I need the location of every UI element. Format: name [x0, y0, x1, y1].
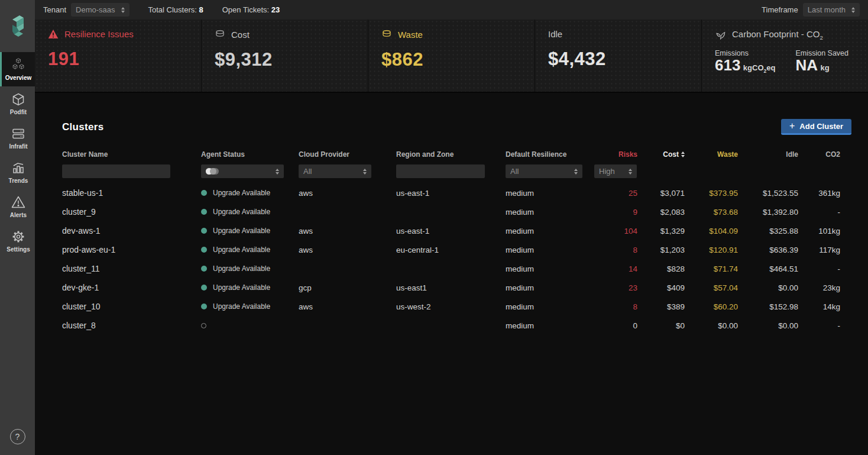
- sidebar-item-infrafit[interactable]: Infrafit: [0, 121, 35, 155]
- region-filter-input[interactable]: [396, 164, 485, 178]
- sidebar-item-label: Trends: [9, 178, 28, 184]
- emissions-value: 613: [715, 56, 740, 74]
- cell-risks: 8: [594, 246, 637, 254]
- table-row[interactable]: dev-gke-1 Upgrade Available gcp us-east1…: [62, 278, 851, 297]
- default-resilience-filter-select[interactable]: All: [506, 164, 582, 178]
- warning-triangle-icon: [48, 29, 59, 39]
- total-clusters-value: 8: [199, 5, 203, 14]
- col-cluster-name[interactable]: Cluster Name: [62, 150, 201, 159]
- table-row[interactable]: cluster_11 Upgrade Available medium 14 $…: [62, 259, 851, 278]
- sidebar-item-label: Overview: [5, 75, 31, 81]
- tenant-select[interactable]: Demo-saas: [71, 3, 129, 17]
- col-idle[interactable]: Idle: [738, 150, 798, 159]
- cell-co2: 101kg: [798, 227, 840, 235]
- cell-co2: 23kg: [798, 283, 840, 292]
- kpi-title: Carbon Footprint - CO2: [715, 29, 868, 41]
- cluster-name-filter-input[interactable]: [62, 164, 170, 178]
- cell-resilience: medium: [506, 264, 594, 273]
- cell-cluster-name: dev-gke-1: [62, 283, 201, 292]
- cell-cost: $3,071: [637, 189, 685, 198]
- clusters-title: Clusters: [62, 121, 103, 133]
- open-tickets-stat: Open Tickets: 23: [222, 5, 280, 14]
- leaf-icon: [715, 30, 726, 41]
- col-agent-status[interactable]: Agent Status: [201, 150, 299, 159]
- sidebar-item-overview[interactable]: Overview: [0, 52, 35, 86]
- cell-cloud-provider: aws: [299, 189, 396, 198]
- table-row[interactable]: prod-aws-eu-1 Upgrade Available aws eu-c…: [62, 240, 851, 259]
- kpi-value-waste: $862: [381, 49, 535, 70]
- kpi-card-waste: Waste $862: [368, 20, 535, 92]
- col-waste[interactable]: Waste: [685, 150, 738, 159]
- col-co2[interactable]: CO2: [798, 150, 840, 159]
- agent-status-label: Upgrade Available: [213, 189, 270, 197]
- timeframe-select[interactable]: Last month: [803, 3, 860, 17]
- cell-cost: $1,203: [637, 246, 685, 254]
- table-row[interactable]: stable-us-1 Upgrade Available aws us-eas…: [62, 183, 851, 202]
- cell-cluster-name: prod-aws-eu-1: [62, 245, 201, 254]
- cell-region: us-east-1: [396, 227, 506, 235]
- toggle-icon: [206, 168, 219, 175]
- cell-region: us-west-2: [396, 302, 506, 311]
- risks-filter-select[interactable]: High: [594, 164, 637, 178]
- cell-resilience: medium: [506, 246, 594, 254]
- cell-cost: $409: [637, 283, 685, 292]
- sidebar-item-trends[interactable]: Trends: [0, 155, 35, 189]
- cell-cost: $828: [637, 264, 685, 273]
- topbar: Tenant Demo-saas Total Clusters: 8 Open …: [35, 0, 868, 20]
- agent-status-dot-icon: [201, 304, 207, 309]
- agent-status-dot-icon: [201, 247, 207, 253]
- agent-status-label: Upgrade Available: [213, 283, 270, 292]
- cell-risks: 9: [594, 208, 637, 217]
- sidebar-item-podfit[interactable]: Podfit: [0, 86, 35, 121]
- cell-cluster-name: cluster_10: [62, 302, 201, 311]
- col-cost[interactable]: Cost: [637, 150, 685, 159]
- cell-co2: 14kg: [798, 302, 840, 311]
- kpi-value-idle: $4,432: [548, 49, 701, 70]
- emission-saved-unit: kg: [820, 63, 829, 72]
- cell-cloud-provider: aws: [299, 246, 396, 254]
- col-cloud-provider[interactable]: Cloud Provider: [299, 150, 396, 159]
- cell-waste: $57.04: [685, 283, 738, 292]
- cell-cluster-name: cluster_11: [62, 264, 201, 273]
- table-row[interactable]: cluster_8 medium 0 $0 $0.00 $0.00 -: [62, 316, 851, 335]
- carbon-emissions: Emissions 613 kgCO2eq: [715, 49, 775, 74]
- cell-idle: $325.88: [738, 227, 798, 235]
- sidebar-item-label: Settings: [7, 246, 30, 253]
- help-button[interactable]: ?: [0, 429, 35, 444]
- cell-idle: $152.98: [738, 302, 798, 311]
- sidebar-item-alerts[interactable]: Alerts: [0, 189, 35, 224]
- cell-idle: $1,523.55: [738, 189, 798, 198]
- add-cluster-button[interactable]: + Add Cluster: [781, 119, 851, 135]
- clusters-section: Clusters + Add Cluster Cluster Name Agen…: [35, 93, 868, 455]
- cell-region: eu-central-1: [396, 246, 506, 254]
- cell-idle: $0.00: [738, 283, 798, 292]
- agent-status-filter-select[interactable]: [201, 164, 284, 178]
- cell-risks: 14: [594, 264, 637, 273]
- table-row[interactable]: cluster_10 Upgrade Available aws us-west…: [62, 297, 851, 316]
- cell-risks: 0: [594, 321, 637, 330]
- cell-cluster-name: cluster_8: [62, 321, 201, 330]
- servers-icon: [11, 126, 26, 141]
- sidebar: Overview Podfit Infrafit: [0, 0, 35, 455]
- agent-status-label: Upgrade Available: [213, 227, 270, 235]
- cell-cluster-name: dev-aws-1: [62, 226, 201, 235]
- sidebar-item-label: Infrafit: [9, 143, 27, 150]
- stepper-arrows-icon: [121, 7, 125, 13]
- cell-resilience: medium: [506, 302, 594, 311]
- kpi-row: Resilience Issues 191 Cost $9,312: [35, 20, 868, 93]
- cloud-provider-filter-select[interactable]: All: [299, 164, 371, 178]
- cell-waste: $0.00: [685, 321, 738, 330]
- agent-status-dot-icon: [201, 228, 207, 234]
- table-row[interactable]: cluster_9 Upgrade Available medium 9 $2,…: [62, 202, 851, 221]
- col-risks[interactable]: Risks: [594, 150, 637, 159]
- kpi-card-carbon: Carbon Footprint - CO2 Emissions 613 kgC…: [702, 20, 868, 92]
- sidebar-item-settings[interactable]: Settings: [0, 224, 35, 258]
- agent-status-label: Upgrade Available: [213, 302, 270, 311]
- col-default-resilience[interactable]: Default Resilience: [506, 150, 594, 159]
- total-clusters-stat: Total Clusters: 8: [148, 5, 203, 14]
- col-region-zone[interactable]: Region and Zone: [396, 150, 506, 159]
- table-row[interactable]: dev-aws-1 Upgrade Available aws us-east-…: [62, 221, 851, 240]
- kpi-title: Idle: [548, 29, 701, 39]
- help-icon[interactable]: ?: [10, 429, 25, 444]
- cell-resilience: medium: [506, 227, 594, 235]
